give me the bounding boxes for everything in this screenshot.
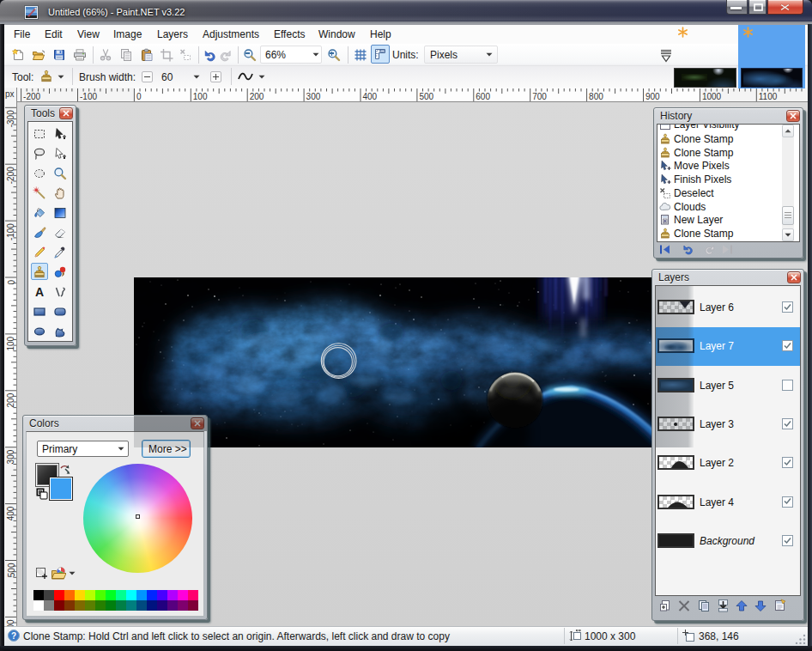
svg-text:200: 200 — [7, 392, 16, 407]
svg-text:0: 0 — [7, 280, 16, 285]
svg-text:600: 600 — [476, 92, 490, 101]
svg-text:0: 0 — [136, 92, 142, 101]
svg-text:100: 100 — [7, 336, 16, 350]
svg-text:400: 400 — [363, 92, 378, 101]
svg-text:400: 400 — [7, 506, 16, 520]
svg-text:-200: -200 — [7, 167, 16, 184]
svg-text:300: 300 — [306, 92, 321, 101]
svg-text:1000: 1000 — [702, 92, 722, 101]
svg-text:700: 700 — [532, 92, 547, 101]
svg-text:800: 800 — [589, 92, 603, 101]
svg-text:100: 100 — [193, 92, 208, 101]
svg-text:-200: -200 — [23, 92, 40, 101]
svg-text:-300: -300 — [7, 110, 16, 127]
svg-text:300: 300 — [7, 449, 16, 464]
svg-text:900: 900 — [645, 92, 660, 101]
svg-text:-100: -100 — [80, 92, 97, 101]
svg-text:500: 500 — [7, 563, 16, 577]
svg-text:500: 500 — [419, 92, 433, 101]
svg-text:1100: 1100 — [759, 92, 778, 101]
svg-text:-100: -100 — [7, 223, 16, 240]
svg-text:600: 600 — [7, 619, 16, 626]
svg-text:?: ? — [11, 631, 16, 641]
svg-text:200: 200 — [250, 92, 264, 101]
